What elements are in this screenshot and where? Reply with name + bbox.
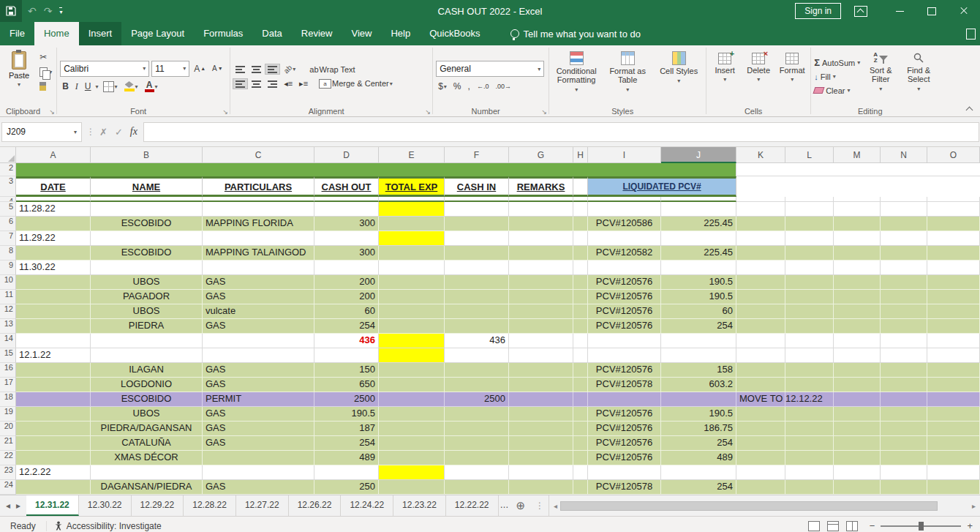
cell-N3[interactable]	[881, 176, 927, 197]
cell-H16[interactable]	[573, 363, 588, 378]
cell-L14[interactable]	[785, 334, 834, 348]
tab-data[interactable]: Data	[252, 22, 291, 45]
cell-J19[interactable]: 190.5	[661, 407, 736, 422]
cell-M4[interactable]	[834, 197, 881, 202]
middle-align-button[interactable]	[249, 64, 263, 74]
row-header-12[interactable]: 12	[0, 304, 16, 319]
cell-E7[interactable]	[379, 231, 445, 246]
cell-B17[interactable]: LOGDONIO	[91, 378, 203, 392]
cell-G20[interactable]	[509, 422, 573, 436]
cell-N13[interactable]	[881, 319, 927, 334]
cell-F9[interactable]	[445, 261, 509, 275]
cell-G22[interactable]	[509, 451, 573, 465]
cell-C20[interactable]: GAS	[203, 422, 314, 436]
cell-O3[interactable]	[927, 176, 980, 197]
cell-K15[interactable]	[736, 348, 785, 363]
cell-N5[interactable]	[881, 202, 927, 217]
cell-F18[interactable]: 2500	[445, 392, 509, 407]
align-left-button[interactable]	[233, 79, 247, 89]
cell-B20[interactable]: PIEDRA/DAGANSAN	[91, 422, 203, 436]
cell-O24[interactable]	[927, 480, 980, 495]
cell-I14[interactable]	[588, 334, 661, 348]
cell-D13[interactable]: 254	[314, 319, 379, 334]
sign-in-button[interactable]: Sign in	[795, 3, 841, 19]
cell-A15[interactable]: 12.1.22	[16, 348, 91, 363]
cell-B16[interactable]: ILAGAN	[91, 363, 203, 378]
cell-K24[interactable]	[736, 480, 785, 495]
cell-C11[interactable]: GAS	[203, 290, 314, 304]
cell-D19[interactable]: 190.5	[314, 407, 379, 422]
column-header-N[interactable]: N	[881, 147, 927, 163]
cell-B21[interactable]: CATALUÑA	[91, 436, 203, 451]
cell-L6[interactable]	[785, 217, 834, 231]
cell-C15[interactable]	[203, 348, 314, 363]
cell-O20[interactable]	[927, 422, 980, 436]
cell-O8[interactable]	[927, 246, 980, 261]
tell-me-box[interactable]: Tell me what you want to do	[510, 22, 641, 45]
minimize-button[interactable]	[883, 0, 916, 22]
cell-D16[interactable]: 150	[314, 363, 379, 378]
borders-button[interactable]: ▾	[101, 80, 120, 93]
cell-G3[interactable]: REMARKS	[509, 176, 573, 197]
cell-D6[interactable]: 300	[314, 217, 379, 231]
cell-D5[interactable]	[314, 202, 379, 217]
italic-button[interactable]: I	[73, 80, 80, 93]
cell-A22[interactable]	[16, 451, 91, 465]
cell-N12[interactable]	[881, 304, 927, 319]
cell-M9[interactable]	[834, 261, 881, 275]
cell-M10[interactable]	[834, 275, 881, 290]
cell-M20[interactable]	[834, 422, 881, 436]
cell-F4[interactable]	[445, 197, 509, 202]
cell-A13[interactable]	[16, 319, 91, 334]
cell-C23[interactable]	[203, 465, 314, 480]
cell-K5[interactable]	[736, 202, 785, 217]
cell-O5[interactable]	[927, 202, 980, 217]
cell-N24[interactable]	[881, 480, 927, 495]
cell-L11[interactable]	[785, 290, 834, 304]
cell-F5[interactable]	[445, 202, 509, 217]
tab-quickbooks[interactable]: QuickBooks	[420, 22, 489, 45]
sheet-tab-12.22.22[interactable]: 12.22.22	[446, 495, 499, 516]
tab-split-handle[interactable]: ⋮	[531, 495, 549, 516]
row-header-2[interactable]: 2	[0, 163, 16, 176]
formula-input[interactable]	[143, 122, 979, 142]
cell-K8[interactable]	[736, 246, 785, 261]
row-header-18[interactable]: 18	[0, 392, 16, 407]
cell-B12[interactable]: UBOS	[91, 304, 203, 319]
cell-A4[interactable]	[16, 197, 91, 202]
zoom-out-icon[interactable]: −	[870, 520, 875, 531]
cell-I24[interactable]: PCV#120578	[588, 480, 661, 495]
cell-N23[interactable]	[881, 465, 927, 480]
increase-font-button[interactable]: A▲	[192, 63, 208, 75]
cell-L9[interactable]	[785, 261, 834, 275]
cell-D24[interactable]: 250	[314, 480, 379, 495]
cell-L4[interactable]	[785, 197, 834, 202]
cell-L12[interactable]	[785, 304, 834, 319]
cell-E13[interactable]	[379, 319, 445, 334]
cell-K12[interactable]	[736, 304, 785, 319]
tab-insert[interactable]: Insert	[79, 22, 122, 45]
tab-view[interactable]: View	[342, 22, 381, 45]
row-header-3[interactable]: 3	[0, 176, 16, 197]
cell-I22[interactable]: PCV#120576	[588, 451, 661, 465]
ribbon-display-options-icon[interactable]	[854, 6, 867, 17]
row-header-13[interactable]: 13	[0, 319, 16, 334]
cell-L17[interactable]	[785, 378, 834, 392]
cell-A21[interactable]	[16, 436, 91, 451]
align-center-button[interactable]	[249, 79, 263, 89]
tab-file[interactable]: File	[0, 22, 34, 45]
row-header-22[interactable]: 22	[0, 451, 16, 465]
cell-J23[interactable]	[661, 465, 736, 480]
cell-E22[interactable]	[379, 451, 445, 465]
cell-H21[interactable]	[573, 436, 588, 451]
cell-G11[interactable]	[509, 290, 573, 304]
cell-G4[interactable]	[509, 197, 573, 202]
cell-O6[interactable]	[927, 217, 980, 231]
cell-O19[interactable]	[927, 407, 980, 422]
cell-H23[interactable]	[573, 465, 588, 480]
cancel-entry-icon[interactable]: ✗	[99, 127, 108, 138]
cell-N8[interactable]	[881, 246, 927, 261]
alignment-dialog-launcher[interactable]: ↘	[426, 108, 431, 116]
cell-F14[interactable]: 436	[445, 334, 509, 348]
cell-B4[interactable]	[91, 197, 203, 202]
